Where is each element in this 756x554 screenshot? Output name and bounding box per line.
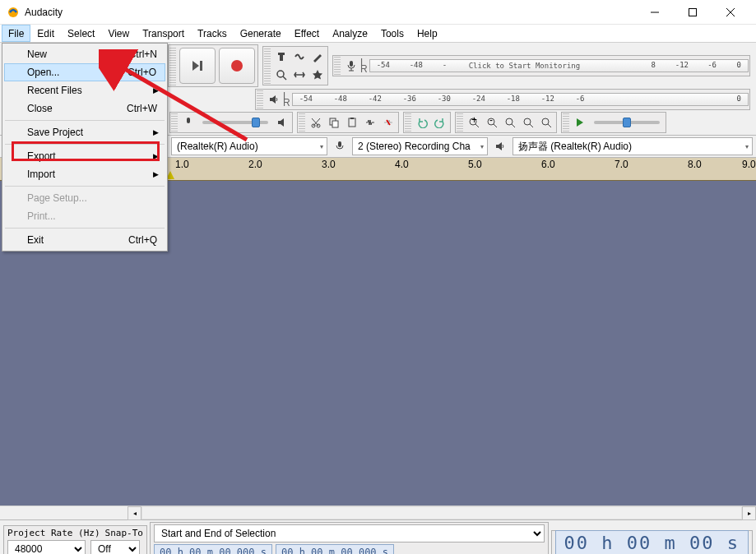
toolbar-grip[interactable] — [299, 113, 305, 132]
file-menu-dropdown: NewCtrl+N Open...Ctrl+O Recent Files▶ Cl… — [2, 43, 168, 252]
toolbar-grip[interactable] — [457, 113, 463, 132]
menu-separator — [5, 144, 165, 145]
mic-icon[interactable] — [342, 57, 360, 75]
tools-toolbar — [262, 46, 328, 85]
fit-project-button[interactable] — [519, 113, 537, 132]
menu-tools[interactable]: Tools — [374, 25, 410, 42]
menu-separator — [5, 186, 165, 187]
playback-meter-toolbar: LR -54 -48 -42 -36 -30 -24 -18 -12 -6 0 — [255, 89, 750, 110]
menu-tracks[interactable]: Tracks — [191, 25, 234, 42]
play-at-speed-button[interactable] — [571, 113, 589, 132]
svg-line-7 — [283, 76, 286, 80]
record-button[interactable] — [219, 48, 255, 84]
selection-end-time[interactable]: 00 h 00 m 00.000 s — [276, 544, 394, 554]
svg-point-6 — [277, 71, 284, 77]
zoom-out-button[interactable]: - — [483, 113, 501, 132]
toolbar-grip[interactable] — [257, 90, 263, 108]
menu-file[interactable]: File — [2, 25, 30, 42]
menu-analyze[interactable]: Analyze — [326, 25, 374, 42]
menu-item-save-project[interactable]: Save Project▶ — [4, 123, 165, 141]
scroll-track[interactable] — [141, 506, 742, 519]
minimize-button[interactable] — [636, 0, 674, 25]
menu-item-open[interactable]: Open...Ctrl+O — [4, 63, 165, 81]
speaker-volume-icon — [273, 113, 291, 132]
menu-view[interactable]: View — [101, 25, 136, 42]
copy-button[interactable] — [325, 113, 343, 132]
menu-bar: File Edit Select View Transport Tracks G… — [0, 25, 756, 43]
mixer-toolbar — [169, 112, 293, 133]
menu-generate[interactable]: Generate — [234, 25, 288, 42]
audio-host-combo[interactable]: (Realtek(R) Audio)▾ — [171, 137, 327, 155]
svg-line-24 — [512, 124, 515, 127]
svg-text:-: - — [489, 117, 493, 126]
playback-speed-slider[interactable] — [594, 121, 660, 124]
app-icon — [7, 6, 20, 19]
svg-line-28 — [548, 124, 551, 127]
undo-redo-toolbar — [403, 112, 451, 133]
menu-item-recent-files[interactable]: Recent Files▶ — [4, 81, 165, 99]
selection-tool[interactable] — [272, 48, 290, 66]
playback-device-combo[interactable]: 扬声器 (Realtek(R) Audio)▾ — [513, 137, 753, 155]
toolbar-grip[interactable] — [334, 57, 341, 75]
menu-item-close[interactable]: CloseCtrl+W — [4, 99, 165, 118]
maximize-button[interactable] — [674, 0, 712, 25]
audio-position-time[interactable]: 00 h 00 m 00 s — [555, 530, 749, 555]
svg-rect-2 — [689, 8, 697, 16]
redo-button[interactable] — [431, 113, 449, 132]
menu-effect[interactable]: Effect — [288, 25, 326, 42]
menu-item-page-setup: Page Setup... — [4, 189, 165, 207]
toolbar-grip[interactable] — [169, 46, 176, 85]
scroll-right-button[interactable]: ▸ — [742, 506, 756, 520]
toolbar-grip[interactable] — [405, 113, 411, 132]
menu-edit[interactable]: Edit — [30, 25, 61, 42]
menu-item-exit[interactable]: ExitCtrl+Q — [4, 231, 165, 249]
selection-mode-combo[interactable]: Start and End of Selection — [154, 524, 545, 542]
zoom-tool[interactable] — [272, 66, 290, 84]
recording-device-combo[interactable]: 2 (Stereo) Recording Cha▾ — [352, 137, 488, 155]
menu-transport[interactable]: Transport — [136, 25, 191, 42]
playback-meter[interactable]: -54 -48 -42 -36 -30 -24 -18 -12 -6 0 — [292, 93, 749, 106]
zoom-in-button[interactable]: + — [465, 113, 483, 132]
project-rate-label: Project Rate (Hz) — [7, 528, 100, 538]
scroll-left-button[interactable]: ◂ — [128, 506, 141, 520]
svg-rect-14 — [349, 118, 355, 127]
meter-click-text: Click to Start Monitoring — [469, 62, 580, 70]
menu-item-import[interactable]: Import▶ — [4, 165, 165, 183]
fit-selection-button[interactable] — [501, 113, 519, 132]
selection-start-time[interactable]: 00 h 00 m 00.000 s — [154, 544, 272, 554]
mic-icon — [331, 137, 349, 155]
undo-button[interactable] — [413, 113, 431, 132]
envelope-tool[interactable] — [290, 48, 308, 66]
recording-volume-slider[interactable] — [202, 121, 268, 124]
snap-to-combo[interactable]: Off — [90, 540, 140, 555]
menu-help[interactable]: Help — [410, 25, 444, 42]
menu-item-new[interactable]: NewCtrl+N — [4, 45, 165, 63]
edit-toolbar — [297, 112, 399, 133]
svg-rect-8 — [350, 61, 353, 67]
draw-tool[interactable] — [308, 48, 327, 66]
menu-select[interactable]: Select — [61, 25, 101, 42]
multi-tool[interactable] — [308, 66, 327, 84]
menu-item-export[interactable]: Export▶ — [4, 147, 165, 165]
cut-button[interactable] — [307, 113, 325, 132]
paste-button[interactable] — [343, 113, 361, 132]
toolbar-grip[interactable] — [264, 48, 271, 84]
silence-button[interactable] — [379, 113, 397, 132]
timeshift-tool[interactable] — [290, 66, 308, 84]
zoom-toggle-button[interactable] — [537, 113, 555, 132]
speaker-icon — [491, 137, 509, 155]
toolbar-grip[interactable] — [171, 113, 178, 132]
horizontal-scrollbar[interactable]: ◂ ▸ — [0, 506, 756, 519]
selection-toolbar: Project Rate (Hz) Snap-To 48000 Off Star… — [0, 519, 756, 554]
svg-line-26 — [530, 124, 533, 127]
title-bar: Audacity — [0, 0, 756, 25]
toolbar-grip[interactable] — [563, 113, 569, 132]
menu-separator — [5, 120, 165, 121]
project-rate-combo[interactable]: 48000 — [7, 540, 86, 555]
recording-meter-toolbar: LR -54 -48 - Click to Start Monitoring 8… — [332, 55, 750, 76]
speaker-icon[interactable] — [265, 90, 283, 108]
close-button[interactable] — [712, 0, 749, 25]
recording-meter[interactable]: -54 -48 - Click to Start Monitoring 8 -1… — [369, 59, 749, 72]
trim-button[interactable] — [361, 113, 379, 132]
skip-end-button[interactable] — [179, 48, 216, 84]
